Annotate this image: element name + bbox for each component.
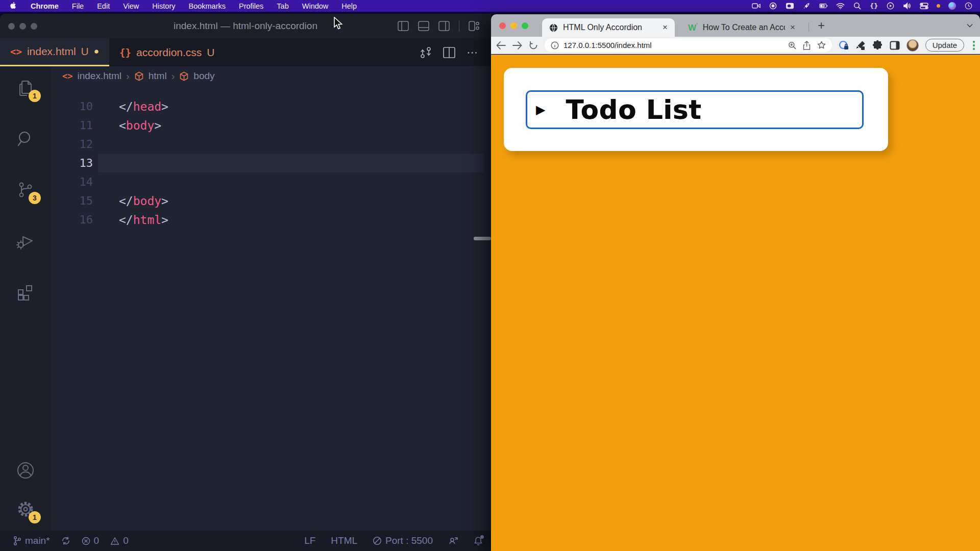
- live-server-port-status[interactable]: Port : 5500: [373, 535, 433, 546]
- toggle-panel-icon[interactable]: [418, 21, 429, 31]
- menu-item-bookmarks[interactable]: Bookmarks: [188, 2, 226, 10]
- back-button[interactable]: [496, 41, 506, 49]
- vscode-window: index.html — html-only-accordion <> inde…: [0, 14, 491, 551]
- rocket-icon[interactable]: [802, 2, 811, 10]
- clock-icon[interactable]: [964, 2, 973, 10]
- extensions-view-button[interactable]: [13, 280, 38, 304]
- menu-item-tab[interactable]: Tab: [277, 2, 288, 10]
- toggle-primary-sidebar-icon[interactable]: [398, 21, 409, 31]
- breadcrumb[interactable]: <> index.html › html › body: [51, 66, 491, 86]
- share-icon[interactable]: [803, 41, 811, 50]
- menu-item-edit[interactable]: Edit: [97, 2, 110, 10]
- sync-icon[interactable]: [61, 536, 70, 545]
- warnings-status[interactable]: 0: [110, 535, 129, 546]
- vscode-titlebar[interactable]: index.html — html-only-accordion: [0, 14, 491, 38]
- menu-item-file[interactable]: File: [72, 2, 84, 10]
- error-icon: [82, 537, 90, 545]
- menu-item-help[interactable]: Help: [341, 2, 357, 10]
- code-line[interactable]: 12: [51, 135, 491, 154]
- source-control-view-button[interactable]: 3: [13, 178, 38, 202]
- new-tab-button[interactable]: +: [818, 18, 825, 33]
- update-button[interactable]: Update: [925, 39, 964, 52]
- screen-icon[interactable]: [786, 2, 794, 10]
- siri-icon[interactable]: [948, 2, 956, 10]
- reload-button[interactable]: [529, 41, 538, 50]
- battery-icon[interactable]: [819, 2, 828, 10]
- url-text[interactable]: 127.0.0.1:5500/index.html: [564, 41, 652, 49]
- chrome-zoom-button[interactable]: [522, 22, 528, 29]
- update-menu-dots-icon[interactable]: [973, 41, 975, 50]
- breadcrumb-node[interactable]: html: [149, 70, 167, 82]
- wifi-icon[interactable]: [836, 2, 845, 10]
- code-line[interactable]: 14: [51, 172, 491, 191]
- colorpicker-extension-icon[interactable]: [855, 40, 866, 51]
- code-line[interactable]: 16 </html>: [51, 210, 491, 229]
- branch-name: main*: [25, 535, 50, 546]
- code-line-active[interactable]: 13: [51, 154, 491, 172]
- play-circle-icon[interactable]: [886, 2, 895, 10]
- code-line[interactable]: 10 </head>: [51, 97, 491, 116]
- customize-layout-icon[interactable]: [469, 21, 480, 31]
- errors-status[interactable]: 0: [82, 535, 100, 546]
- slash-circle-icon: [373, 536, 382, 545]
- accounts-button[interactable]: [13, 458, 38, 483]
- chrome-minimize-button[interactable]: [510, 22, 517, 29]
- apple-menu-icon[interactable]: [10, 2, 17, 10]
- breadcrumb-file[interactable]: index.html: [77, 70, 121, 82]
- code-line[interactable]: 11 <body>: [51, 116, 491, 135]
- code-editor[interactable]: 10 </head> 11 <body> 12 13 14: [51, 86, 491, 531]
- address-bar[interactable]: 127.0.0.1:5500/index.html: [545, 38, 832, 52]
- editor-tab-accordion-css[interactable]: {} accordion.css U: [109, 38, 225, 66]
- chrome-toolbar: 127.0.0.1:5500/index.html Update: [491, 37, 980, 54]
- settings-gear-button[interactable]: 1: [13, 497, 38, 521]
- line-number: 16: [51, 213, 93, 226]
- tab-divider: [808, 22, 809, 32]
- eol-status[interactable]: LF: [304, 535, 315, 546]
- volume-icon[interactable]: [903, 2, 912, 10]
- braces-icon[interactable]: {}: [870, 2, 878, 10]
- toggle-secondary-sidebar-icon[interactable]: [438, 21, 450, 31]
- menu-item-history[interactable]: History: [152, 2, 175, 10]
- zoom-icon[interactable]: [788, 41, 796, 49]
- chrome-close-button[interactable]: [499, 22, 506, 29]
- site-info-icon[interactable]: [551, 41, 559, 49]
- run-debug-view-button[interactable]: [13, 229, 38, 253]
- extensions-puzzle-icon[interactable]: [872, 40, 883, 51]
- error-count: 0: [94, 535, 100, 546]
- menu-item-profiles[interactable]: Profiles: [239, 2, 263, 10]
- language-mode-status[interactable]: HTML: [331, 535, 357, 546]
- dirty-indicator-icon[interactable]: ●: [94, 46, 99, 57]
- bookmark-star-icon[interactable]: [817, 41, 826, 49]
- forward-button[interactable]: [512, 41, 522, 49]
- browser-tab-active[interactable]: HTML Only Accordion ×: [542, 18, 675, 37]
- sash-handle[interactable]: [474, 237, 491, 240]
- live-share-icon[interactable]: [448, 536, 458, 545]
- side-panel-icon[interactable]: [890, 41, 900, 50]
- menu-item-view[interactable]: View: [123, 2, 139, 10]
- search-view-button[interactable]: [13, 127, 38, 151]
- breadcrumb-node[interactable]: body: [193, 70, 214, 82]
- editor-area[interactable]: <> index.html › html › body 10 </head> 1…: [51, 66, 491, 531]
- split-editor-icon[interactable]: [443, 47, 455, 58]
- open-changes-icon[interactable]: [420, 46, 432, 59]
- more-actions-icon[interactable]: ⋯: [467, 46, 479, 59]
- tab-label: accordion.css: [136, 46, 202, 59]
- password-extension-icon[interactable]: [839, 40, 849, 51]
- video-camera-icon[interactable]: [752, 2, 761, 10]
- accordion-summary[interactable]: ▶ Todo List: [526, 90, 864, 129]
- menu-item-window[interactable]: Window: [302, 2, 329, 10]
- line-number: 14: [51, 176, 93, 188]
- record-icon[interactable]: [769, 2, 777, 10]
- code-line[interactable]: 15 </body>: [51, 191, 491, 210]
- menu-item-app[interactable]: Chrome: [31, 2, 59, 10]
- browser-tab-inactive[interactable]: W' How To Create an Accordion ×: [681, 18, 802, 37]
- tab-search-chevron-icon[interactable]: [967, 23, 973, 28]
- search-icon[interactable]: [853, 2, 862, 10]
- tab-close-icon[interactable]: ×: [790, 22, 795, 33]
- tab-close-icon[interactable]: ×: [663, 22, 668, 33]
- editor-tab-index-html[interactable]: <> index.html U ●: [0, 38, 109, 66]
- profile-avatar[interactable]: [906, 39, 919, 52]
- explorer-view-button[interactable]: 1: [13, 76, 38, 100]
- control-center-icon[interactable]: [920, 2, 928, 10]
- git-branch-status[interactable]: main*: [13, 535, 50, 546]
